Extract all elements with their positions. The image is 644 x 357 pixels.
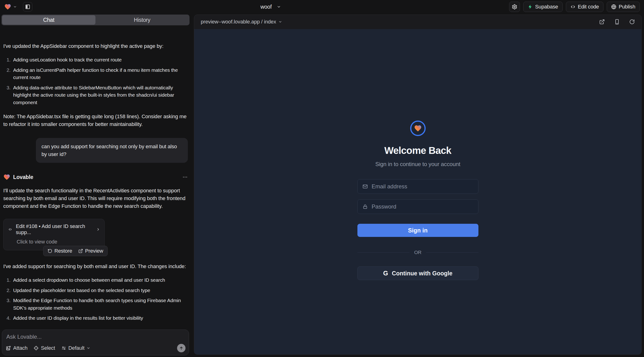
model-selector[interactable]: Default bbox=[61, 345, 90, 351]
publish-label: Publish bbox=[619, 4, 635, 10]
app-preview: Welcome Back Sign in to continue to your… bbox=[194, 29, 642, 354]
chevron-down-icon bbox=[277, 5, 281, 9]
restore-button[interactable]: Restore bbox=[48, 248, 72, 254]
model-label: Default bbox=[68, 345, 85, 351]
heart-logo-icon bbox=[414, 124, 422, 132]
list-item: Adding an isCurrentPath helper function … bbox=[3, 66, 188, 81]
assistant-paragraph: I've updated the AppSidebar component to… bbox=[3, 42, 188, 50]
welcome-title: Welcome Back bbox=[384, 145, 452, 156]
arrow-up-icon bbox=[179, 346, 184, 350]
lock-icon bbox=[362, 204, 368, 210]
project-name: woof bbox=[260, 4, 272, 10]
chat-panel: Chat History I've updated the AppSidebar… bbox=[0, 14, 191, 357]
supabase-label: Supabase bbox=[535, 4, 558, 10]
edit-card-subtitle: Click to view code bbox=[17, 239, 100, 245]
google-g-icon: G bbox=[383, 270, 388, 277]
chevron-down-icon bbox=[13, 5, 17, 9]
globe-icon bbox=[611, 4, 616, 10]
chat-message-list: I've updated the AppSidebar component to… bbox=[0, 38, 191, 328]
chevron-right-icon bbox=[96, 227, 100, 232]
numbered-list: Adding useLocation hook to track the cur… bbox=[3, 56, 188, 106]
preview-label: Preview bbox=[85, 248, 103, 254]
preview-url: preview--woof.lovable.app / index bbox=[201, 19, 276, 25]
lovable-heart-icon bbox=[4, 3, 11, 10]
select-label: Select bbox=[41, 345, 55, 351]
external-link-icon bbox=[78, 249, 83, 253]
crosshair-icon bbox=[34, 346, 39, 351]
list-item: Added a select dropdown to choose betwee… bbox=[3, 276, 188, 284]
preview-url-selector[interactable]: preview--woof.lovable.app / index bbox=[201, 19, 282, 25]
list-item: Updated the placeholder text based on th… bbox=[3, 287, 188, 294]
lovable-logo-menu[interactable] bbox=[4, 3, 17, 10]
preview-button[interactable]: Preview bbox=[78, 248, 103, 254]
or-label: OR bbox=[410, 250, 426, 255]
assistant-note: Note: The AppSidebar.tsx file is getting… bbox=[3, 112, 188, 128]
sign-in-label: Sign in bbox=[408, 227, 428, 234]
sliders-icon bbox=[61, 346, 66, 351]
external-link-icon bbox=[599, 19, 605, 25]
open-in-new-tab-button[interactable] bbox=[599, 19, 605, 25]
google-label: Continue with Google bbox=[392, 270, 452, 277]
attach-label: Attach bbox=[13, 345, 28, 351]
welcome-subtitle: Sign in to continue to your account bbox=[375, 161, 460, 168]
composer: Attach Select Default bbox=[2, 330, 189, 355]
list-item: Added the user ID display in the results… bbox=[3, 314, 188, 322]
attach-button[interactable]: Attach bbox=[6, 345, 28, 351]
select-button[interactable]: Select bbox=[34, 345, 55, 351]
password-field[interactable] bbox=[358, 200, 478, 214]
image-plus-icon bbox=[6, 346, 11, 351]
google-sign-in-button[interactable]: G Continue with Google bbox=[358, 266, 478, 280]
smartphone-icon bbox=[614, 19, 620, 25]
ellipsis-icon bbox=[182, 174, 188, 180]
code-icon bbox=[570, 4, 576, 10]
list-item: Adding data-active attribute to SidebarM… bbox=[3, 84, 188, 106]
code-xml-icon bbox=[8, 226, 13, 232]
send-button[interactable] bbox=[177, 344, 186, 352]
restore-icon bbox=[48, 249, 52, 253]
tab-history[interactable]: History bbox=[96, 15, 189, 25]
tab-chat[interactable]: Chat bbox=[2, 15, 96, 25]
list-item: Adding useLocation hook to track the cur… bbox=[3, 56, 188, 64]
preview-header: preview--woof.lovable.app / index bbox=[194, 15, 642, 29]
chat-history-tabs: Chat History bbox=[2, 14, 190, 25]
supabase-button[interactable]: Supabase bbox=[523, 2, 562, 12]
edit-code-button[interactable]: Edit code bbox=[566, 2, 604, 12]
edit-card-title: Edit #108 • Add user ID search supp... bbox=[16, 223, 90, 236]
panel-left-icon bbox=[25, 4, 30, 10]
mail-icon bbox=[362, 184, 368, 189]
assistant-paragraph: I've added support for searching by both… bbox=[3, 262, 188, 270]
refresh-icon bbox=[629, 19, 635, 25]
or-divider: OR bbox=[358, 250, 478, 255]
numbered-list: Added a select dropdown to choose betwee… bbox=[3, 276, 188, 322]
assistant-header: Lovable bbox=[3, 174, 188, 180]
email-input[interactable] bbox=[372, 183, 474, 190]
app-logo bbox=[410, 120, 426, 136]
publish-button[interactable]: Publish bbox=[607, 2, 640, 12]
user-message-bubble: can you add support for searching not on… bbox=[36, 138, 188, 163]
mobile-view-button[interactable] bbox=[614, 19, 620, 25]
preview-panel: preview--woof.lovable.app / index bbox=[194, 14, 642, 355]
chevron-down-icon bbox=[278, 20, 282, 24]
edit-card[interactable]: Edit #108 • Add user ID search supp... C… bbox=[3, 219, 104, 250]
edit-code-label: Edit code bbox=[578, 4, 599, 10]
edit-card-actions: Restore Preview bbox=[43, 246, 108, 256]
gear-icon bbox=[512, 4, 517, 10]
restore-label: Restore bbox=[54, 248, 72, 254]
top-bar: woof Supabase Edit code Publish bbox=[0, 0, 644, 14]
email-field[interactable] bbox=[358, 179, 478, 194]
lovable-heart-icon bbox=[3, 174, 10, 180]
sidebar-toggle-button[interactable] bbox=[23, 2, 32, 12]
supabase-bolt-icon bbox=[528, 4, 533, 10]
sign-in-button[interactable]: Sign in bbox=[358, 224, 478, 237]
assistant-name: Lovable bbox=[13, 174, 33, 180]
assistant-paragraph: I'll update the search functionality in … bbox=[3, 187, 188, 210]
login-card: Welcome Back Sign in to continue to your… bbox=[358, 120, 478, 354]
chevron-down-icon bbox=[86, 346, 90, 350]
refresh-button[interactable] bbox=[629, 19, 635, 25]
message-menu-button[interactable] bbox=[182, 174, 188, 180]
password-input[interactable] bbox=[372, 203, 474, 210]
chat-input[interactable] bbox=[6, 334, 184, 340]
project-selector[interactable]: woof bbox=[260, 4, 281, 10]
settings-button[interactable] bbox=[509, 2, 520, 12]
list-item: Modified the Edge Function to handle bot… bbox=[3, 297, 188, 312]
